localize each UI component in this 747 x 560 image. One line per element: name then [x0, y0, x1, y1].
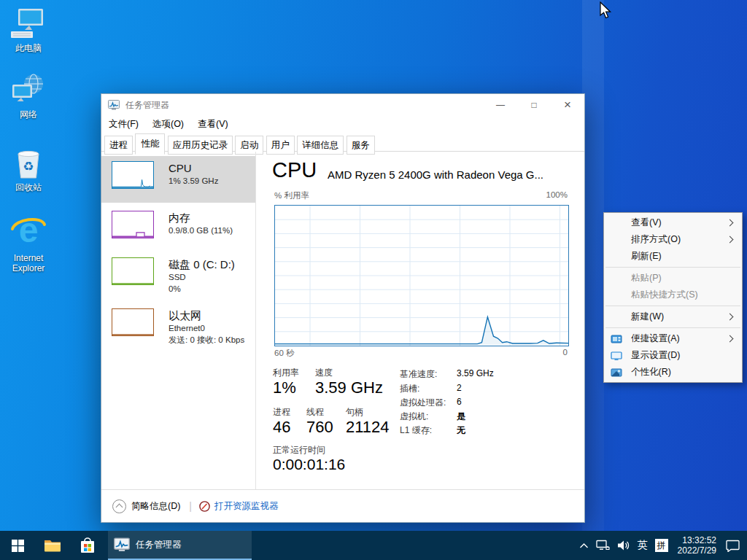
desktop-context-menu: 查看(V) 排序方式(O) 刷新(E) 粘贴(P) 粘贴快捷方式(S) 新建(W… — [603, 212, 743, 383]
menu-separator — [605, 327, 740, 328]
sidebar-item-ethernet[interactable]: 以太网 Ethernet0 发送: 0 接收: 0 Kbps — [101, 303, 255, 360]
microsoft-store-icon — [80, 537, 96, 554]
desktop-icon-label: 此电脑 — [1, 43, 56, 53]
context-item-label: 新建(W) — [631, 311, 664, 322]
tab-services[interactable]: 服务 — [347, 136, 375, 155]
footer-separator: | — [189, 500, 192, 512]
context-item-label: 查看(V) — [631, 217, 662, 228]
action-center-button[interactable] — [722, 531, 747, 560]
sidebar-item-cpu[interactable]: CPU 1% 3.59 GHz — [101, 156, 255, 203]
context-item-sort-by[interactable]: 排序方式(O) — [604, 231, 742, 248]
detail-l1-cache-value: 无 — [457, 424, 465, 437]
cpu-pane-title: CPU — [272, 158, 317, 182]
this-pc-icon — [1, 6, 56, 41]
cpu-utilization-graph[interactable] — [274, 205, 569, 346]
context-item-personalize[interactable]: 个性化(R) — [604, 364, 742, 381]
submenu-arrow-icon — [727, 236, 734, 244]
ime-mode-button[interactable]: 拼 — [651, 531, 672, 560]
stat-utilization-label: 利用率 — [273, 367, 299, 379]
sidebar-ethernet-detail1: Ethernet0 — [169, 322, 244, 334]
context-item-paste[interactable]: 粘贴(P) — [604, 270, 742, 287]
desktop-icon-recycle-bin[interactable]: ♻ 回收站 — [1, 145, 56, 192]
windows-logo-icon — [12, 540, 24, 552]
wallpaper-beam — [582, 0, 604, 531]
open-resource-monitor-link[interactable]: 打开资源监视器 — [214, 500, 279, 513]
context-item-label: 粘贴(P) — [631, 273, 662, 283]
tab-performance[interactable]: 性能 — [135, 133, 165, 155]
sidebar-disk-detail1: SSD — [169, 271, 235, 283]
start-button[interactable] — [0, 531, 35, 560]
tab-startup[interactable]: 启动 — [235, 136, 263, 155]
detail-virtual-processors-value: 6 — [457, 397, 462, 407]
context-item-label: 显示设置(D) — [631, 350, 680, 360]
menu-options[interactable]: 选项(O) — [152, 118, 184, 131]
detail-base-speed-value: 3.59 GHz — [457, 368, 494, 378]
svg-text:♻: ♻ — [23, 160, 34, 174]
sidebar-item-memory[interactable]: 内存 0.9/8.0 GB (11%) — [101, 206, 255, 252]
context-item-label: 个性化(R) — [631, 367, 671, 377]
clock-date: 2022/7/29 — [678, 545, 716, 556]
tab-users[interactable]: 用户 — [266, 136, 295, 155]
collapse-circle-icon[interactable] — [112, 499, 126, 513]
sidebar-disk-name: 磁盘 0 (C: D:) — [169, 257, 235, 271]
titlebar[interactable]: 任务管理器 — □ × — [101, 94, 584, 116]
sidebar-memory-detail: 0.9/8.0 GB (11%) — [169, 225, 233, 236]
graph-x-left-label: 60 秒 — [274, 349, 295, 357]
microsoft-store-button[interactable] — [70, 531, 105, 560]
show-hidden-icons-button[interactable] — [576, 531, 592, 560]
taskbar-button-task-manager[interactable]: 任务管理器 — [108, 531, 252, 560]
context-item-label: 粘贴快捷方式(S) — [631, 289, 698, 300]
tab-strip: 进程 性能 应用历史记录 启动 用户 详细信息 服务 — [101, 133, 584, 152]
file-explorer-button[interactable] — [35, 531, 70, 560]
personalize-icon — [611, 367, 622, 378]
tab-processes[interactable]: 进程 — [104, 136, 133, 155]
close-button[interactable]: × — [551, 94, 584, 116]
clock[interactable]: 13:32:52 2022/7/29 — [672, 531, 722, 560]
ethernet-mini-chart — [112, 308, 154, 336]
menu-bar: 文件(F) 选项(O) 查看(V) — [101, 116, 584, 133]
clock-time: 13:32:52 — [678, 535, 716, 545]
tab-details[interactable]: 详细信息 — [297, 136, 344, 155]
stat-speed-label: 速度 — [315, 367, 333, 379]
desktop-icon-this-pc[interactable]: 此电脑 — [1, 6, 56, 53]
detail-sockets-label: 插槽: — [400, 383, 419, 395]
network-tray-button[interactable] — [592, 531, 614, 560]
submenu-arrow-icon — [727, 335, 734, 343]
context-item-paste-shortcut[interactable]: 粘贴快捷方式(S) — [604, 287, 742, 303]
desktop-icon-internet-explorer[interactable]: e Internet Explorer — [1, 216, 56, 273]
context-item-quick-settings[interactable]: 便捷设置(A) — [604, 330, 742, 347]
volume-tray-button[interactable] — [614, 531, 634, 560]
sidebar-divider — [255, 152, 256, 489]
ethernet-network-icon — [596, 540, 610, 552]
task-manager-window: 任务管理器 — □ × 文件(F) 选项(O) 查看(V) 进程 性能 应用历史… — [101, 93, 585, 523]
context-item-refresh[interactable]: 刷新(E) — [604, 248, 742, 265]
menu-file[interactable]: 文件(F) — [109, 118, 139, 131]
desktop[interactable]: 此电脑 网络 ♻ 回收站 — [0, 0, 747, 560]
stat-threads-value: 760 — [306, 418, 333, 437]
fewer-details-toggle[interactable]: 简略信息(D) — [131, 500, 180, 513]
minimize-button[interactable]: — — [484, 94, 517, 116]
context-item-label: 刷新(E) — [631, 251, 662, 261]
display-settings-icon — [611, 350, 622, 362]
stat-processes-value: 46 — [273, 418, 290, 437]
context-item-view[interactable]: 查看(V) — [604, 214, 742, 231]
context-item-new[interactable]: 新建(W) — [604, 308, 742, 325]
ime-language-indicator[interactable]: 英 — [634, 531, 651, 560]
stat-handles-label: 句柄 — [346, 406, 363, 419]
network-icon — [1, 72, 56, 107]
resource-monitor-icon — [199, 501, 210, 512]
stat-processes-label: 进程 — [273, 406, 290, 419]
context-item-display-settings[interactable]: 显示设置(D) — [604, 347, 742, 364]
menu-view[interactable]: 查看(V) — [198, 118, 228, 131]
sidebar-ethernet-name: 以太网 — [169, 308, 244, 322]
tab-app-history[interactable]: 应用历史记录 — [168, 136, 233, 155]
sidebar-item-disk[interactable]: 磁盘 0 (C: D:) SSD 0% — [101, 252, 255, 309]
desktop-icon-network[interactable]: 网络 — [1, 72, 56, 120]
speaker-icon — [617, 540, 630, 551]
recycle-bin-icon: ♻ — [1, 145, 56, 180]
detail-virtual-processors-label: 虚拟处理器: — [400, 397, 446, 409]
submenu-arrow-icon — [727, 219, 734, 227]
context-item-label: 便捷设置(A) — [631, 333, 680, 343]
maximize-button[interactable]: □ — [517, 94, 551, 116]
sidebar-memory-name: 内存 — [169, 211, 233, 225]
